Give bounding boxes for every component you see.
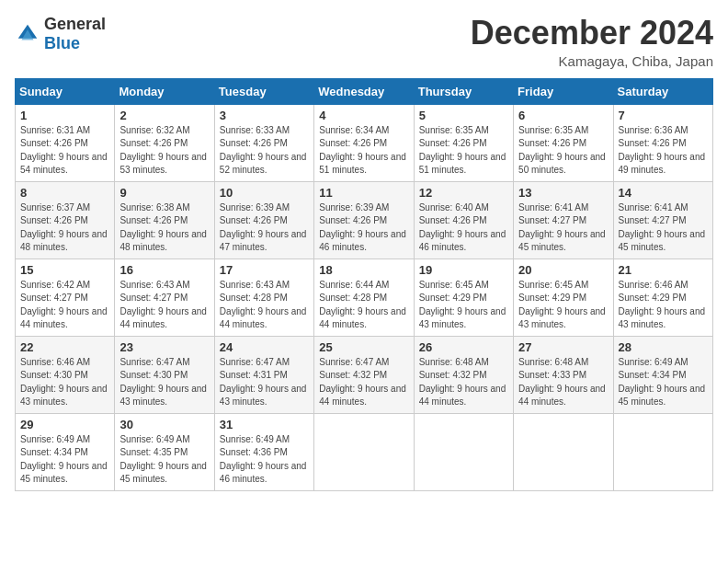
day-info: Sunrise: 6:41 AMSunset: 4:27 PMDaylight:…	[619, 202, 706, 253]
header-tuesday: Tuesday	[214, 78, 313, 104]
day-info: Sunrise: 6:40 AMSunset: 4:26 PMDaylight:…	[419, 202, 506, 253]
day-number: 12	[419, 186, 508, 200]
calendar-cell: 21 Sunrise: 6:46 AMSunset: 4:29 PMDaylig…	[613, 259, 712, 336]
day-info: Sunrise: 6:48 AMSunset: 4:33 PMDaylight:…	[518, 357, 606, 408]
calendar-cell: 4 Sunrise: 6:34 AMSunset: 4:26 PMDayligh…	[314, 104, 414, 181]
day-number: 11	[319, 186, 408, 200]
day-info: Sunrise: 6:47 AMSunset: 4:32 PMDaylight:…	[319, 357, 406, 408]
day-info: Sunrise: 6:47 AMSunset: 4:31 PMDaylight:…	[220, 357, 307, 408]
calendar-cell: 25 Sunrise: 6:47 AMSunset: 4:32 PMDaylig…	[314, 336, 414, 413]
day-number: 27	[518, 340, 608, 354]
day-info: Sunrise: 6:48 AMSunset: 4:32 PMDaylight:…	[419, 357, 506, 408]
page-header: General Blue December 2024 Kamagaya, Chi…	[15, 15, 713, 69]
calendar-week-2: 8 Sunrise: 6:37 AMSunset: 4:26 PMDayligh…	[16, 181, 713, 259]
day-info: Sunrise: 6:39 AMSunset: 4:26 PMDaylight:…	[319, 202, 406, 253]
day-number: 3	[220, 109, 309, 122]
calendar-cell: 12 Sunrise: 6:40 AMSunset: 4:26 PMDaylig…	[414, 181, 513, 259]
calendar-cell: 19 Sunrise: 6:45 AMSunset: 4:29 PMDaylig…	[414, 259, 513, 336]
day-number: 4	[319, 109, 408, 122]
calendar-cell: 11 Sunrise: 6:39 AMSunset: 4:26 PMDaylig…	[314, 181, 414, 259]
calendar-cell: 6 Sunrise: 6:35 AMSunset: 4:26 PMDayligh…	[514, 104, 613, 181]
title-area: December 2024 Kamagaya, Chiba, Japan	[471, 15, 713, 69]
day-number: 16	[119, 263, 209, 277]
day-number: 23	[119, 340, 209, 354]
day-info: Sunrise: 6:49 AMSunset: 4:34 PMDaylight:…	[619, 357, 706, 408]
calendar-cell	[514, 413, 613, 490]
calendar-cell: 3 Sunrise: 6:33 AMSunset: 4:26 PMDayligh…	[214, 104, 313, 181]
calendar-cell: 2 Sunrise: 6:32 AMSunset: 4:26 PMDayligh…	[115, 104, 214, 181]
calendar-cell: 5 Sunrise: 6:35 AMSunset: 4:26 PMDayligh…	[414, 104, 513, 181]
day-info: Sunrise: 6:42 AMSunset: 4:27 PMDaylight:…	[20, 280, 108, 330]
day-number: 10	[220, 186, 309, 200]
day-info: Sunrise: 6:44 AMSunset: 4:28 PMDaylight:…	[319, 280, 406, 330]
logo: General Blue	[15, 15, 106, 53]
day-number: 22	[20, 340, 109, 354]
day-info: Sunrise: 6:49 AMSunset: 4:34 PMDaylight:…	[20, 434, 108, 485]
day-number: 19	[419, 263, 508, 277]
day-number: 18	[319, 263, 408, 277]
header-saturday: Saturday	[613, 78, 712, 104]
calendar-week-1: 1 Sunrise: 6:31 AMSunset: 4:26 PMDayligh…	[16, 104, 713, 181]
day-number: 9	[119, 186, 209, 200]
header-friday: Friday	[514, 78, 613, 104]
calendar-cell: 14 Sunrise: 6:41 AMSunset: 4:27 PMDaylig…	[613, 181, 712, 259]
calendar-cell: 31 Sunrise: 6:49 AMSunset: 4:36 PMDaylig…	[214, 413, 313, 490]
day-number: 28	[619, 340, 708, 354]
calendar-cell: 29 Sunrise: 6:49 AMSunset: 4:34 PMDaylig…	[16, 413, 115, 490]
calendar-cell: 24 Sunrise: 6:47 AMSunset: 4:31 PMDaylig…	[214, 336, 313, 413]
day-number: 14	[619, 186, 708, 200]
logo-text-general: General	[44, 15, 106, 33]
day-info: Sunrise: 6:45 AMSunset: 4:29 PMDaylight:…	[518, 280, 606, 330]
calendar-cell	[613, 413, 712, 490]
month-title: December 2024	[471, 15, 713, 52]
day-info: Sunrise: 6:45 AMSunset: 4:29 PMDaylight:…	[419, 280, 506, 330]
calendar-table: SundayMondayTuesdayWednesdayThursdayFrid…	[15, 78, 713, 491]
day-number: 1	[20, 109, 109, 122]
day-number: 8	[20, 186, 109, 200]
calendar-cell: 23 Sunrise: 6:47 AMSunset: 4:30 PMDaylig…	[115, 336, 214, 413]
day-info: Sunrise: 6:43 AMSunset: 4:27 PMDaylight:…	[119, 280, 207, 330]
calendar-cell: 9 Sunrise: 6:38 AMSunset: 4:26 PMDayligh…	[115, 181, 214, 259]
calendar-week-4: 22 Sunrise: 6:46 AMSunset: 4:30 PMDaylig…	[16, 336, 713, 413]
day-info: Sunrise: 6:39 AMSunset: 4:26 PMDaylight:…	[220, 202, 307, 253]
calendar-cell: 1 Sunrise: 6:31 AMSunset: 4:26 PMDayligh…	[16, 104, 115, 181]
logo-text-blue: Blue	[44, 34, 80, 52]
day-number: 31	[220, 418, 309, 431]
day-info: Sunrise: 6:33 AMSunset: 4:26 PMDaylight:…	[220, 125, 307, 176]
day-number: 17	[220, 263, 309, 277]
header-monday: Monday	[115, 78, 214, 104]
day-number: 30	[119, 418, 209, 431]
day-number: 20	[518, 263, 608, 277]
calendar-cell: 10 Sunrise: 6:39 AMSunset: 4:26 PMDaylig…	[214, 181, 313, 259]
calendar-cell	[314, 413, 414, 490]
calendar-cell	[414, 413, 513, 490]
day-info: Sunrise: 6:43 AMSunset: 4:28 PMDaylight:…	[220, 280, 307, 330]
location-subtitle: Kamagaya, Chiba, Japan	[471, 53, 713, 69]
day-info: Sunrise: 6:34 AMSunset: 4:26 PMDaylight:…	[319, 125, 406, 176]
day-number: 26	[419, 340, 508, 354]
calendar-week-3: 15 Sunrise: 6:42 AMSunset: 4:27 PMDaylig…	[16, 259, 713, 336]
calendar-cell: 17 Sunrise: 6:43 AMSunset: 4:28 PMDaylig…	[214, 259, 313, 336]
day-number: 5	[419, 109, 508, 122]
calendar-cell: 8 Sunrise: 6:37 AMSunset: 4:26 PMDayligh…	[16, 181, 115, 259]
day-info: Sunrise: 6:49 AMSunset: 4:36 PMDaylight:…	[220, 434, 307, 485]
calendar-cell: 20 Sunrise: 6:45 AMSunset: 4:29 PMDaylig…	[514, 259, 613, 336]
day-number: 15	[20, 263, 109, 277]
header-row: SundayMondayTuesdayWednesdayThursdayFrid…	[16, 78, 713, 104]
day-info: Sunrise: 6:46 AMSunset: 4:29 PMDaylight:…	[619, 280, 706, 330]
day-info: Sunrise: 6:41 AMSunset: 4:27 PMDaylight:…	[518, 202, 606, 253]
header-sunday: Sunday	[16, 78, 115, 104]
day-info: Sunrise: 6:47 AMSunset: 4:30 PMDaylight:…	[119, 357, 207, 408]
day-info: Sunrise: 6:38 AMSunset: 4:26 PMDaylight:…	[119, 202, 207, 253]
day-number: 29	[20, 418, 109, 431]
day-info: Sunrise: 6:36 AMSunset: 4:26 PMDaylight:…	[619, 125, 706, 176]
logo-icon	[15, 21, 40, 47]
day-info: Sunrise: 6:32 AMSunset: 4:26 PMDaylight:…	[119, 125, 207, 176]
day-number: 24	[220, 340, 309, 354]
calendar-cell: 28 Sunrise: 6:49 AMSunset: 4:34 PMDaylig…	[613, 336, 712, 413]
day-info: Sunrise: 6:35 AMSunset: 4:26 PMDaylight:…	[419, 125, 506, 176]
calendar-week-5: 29 Sunrise: 6:49 AMSunset: 4:34 PMDaylig…	[16, 413, 713, 490]
day-number: 25	[319, 340, 408, 354]
day-number: 21	[619, 263, 708, 277]
calendar-cell: 26 Sunrise: 6:48 AMSunset: 4:32 PMDaylig…	[414, 336, 513, 413]
